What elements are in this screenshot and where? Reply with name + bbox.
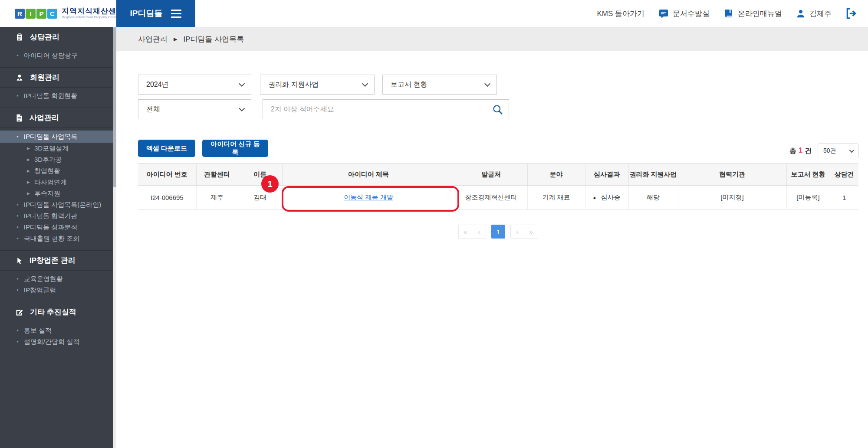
total-prefix: 총 [789, 147, 796, 156]
breadcrumb-current: IP디딤돌 사업목록 [183, 34, 244, 44]
app-tab-ipdidimdol[interactable]: IP디딤돌 [116, 0, 195, 27]
prev-page-button[interactable]: ‹ [472, 225, 486, 239]
col-center: 관할센터 [196, 164, 238, 186]
sidebar-item-startup-club[interactable]: ● IP창업클럽 [0, 284, 113, 296]
excel-download-button[interactable]: 엑셀 다운로드 [138, 140, 195, 157]
cell-review-result: ● 심사중 [585, 186, 628, 209]
cell-field: 기계 재료 [527, 186, 585, 209]
pagination-forward-group: › » [510, 225, 538, 239]
menu-hamburger-icon[interactable] [171, 10, 181, 18]
online-manual-label: 온라인매뉴얼 [738, 9, 782, 19]
sidebar-subitem-startup-status[interactable]: ▶ 창업현황 [0, 165, 113, 177]
sidebar-header-label: 기타 추진실적 [30, 307, 76, 317]
total-count: 1 [799, 147, 802, 156]
section-other-results: 기타 추진실적 ● 홍보 실적 ● 설명회/간담회 실적 [0, 302, 113, 353]
kms-back-link[interactable]: KMS 돌아가기 [597, 9, 644, 19]
sidebar-subitem-3d-model[interactable]: ▶ 3D모델설계 [0, 143, 113, 154]
sidebar-header-member-mgmt[interactable]: 회원관리 [0, 68, 113, 88]
sidebar-subitem-other-link[interactable]: ▶ 타사업연계 [0, 177, 113, 188]
sidebar-item-label: 아이디어 상담창구 [24, 52, 78, 60]
total-count-label: 총 1 건 [781, 147, 812, 156]
user-name-label: 김제주 [809, 9, 832, 19]
sidebar-item-business-list[interactable]: ● IP디딤돌 사업목록 [0, 131, 113, 143]
idea-title-link[interactable]: 이동식 제품 개발 [344, 193, 393, 201]
app-tab-title: IP디딤돌 [130, 8, 163, 19]
sidebar-header-label: 사업관리 [30, 113, 59, 123]
sidebar-item-member-status[interactable]: ● IP디딤돌 회원현황 [0, 90, 113, 101]
annotation-badge-1: 1 [261, 175, 279, 193]
topbar: R I P C 지역지식재산센터 Regional Intellectual P… [0, 0, 868, 27]
new-idea-button[interactable]: 아이디어 신규 등록 [202, 140, 268, 157]
breadcrumb: 사업관리 ▶ IP디딤돌 사업목록 [116, 27, 868, 51]
caret-icon: ▶ [27, 192, 30, 196]
cell-consult-count: 1 [830, 186, 858, 209]
scope-select[interactable]: 전체 [138, 99, 251, 119]
ripc-logo-icon: R I P C [15, 9, 57, 19]
breadcrumb-separator-icon: ▶ [174, 36, 177, 42]
cell-source: 창조경제혁신센터 [455, 186, 527, 209]
page-1-button[interactable]: 1 [491, 225, 505, 239]
sidebar-scrollbar[interactable] [113, 27, 116, 448]
sidebar-item-label: 3D후가공 [34, 156, 62, 164]
last-page-button[interactable]: » [524, 225, 538, 239]
page-size-value: 50건 [823, 147, 836, 155]
report-status-select[interactable]: 보고서 현황 [382, 75, 497, 95]
caret-icon: ▶ [27, 180, 30, 184]
online-manual-link[interactable]: 온라인매뉴얼 [723, 8, 782, 19]
ripc-logo[interactable]: R I P C 지역지식재산센터 Regional Intellectual P… [15, 0, 124, 27]
bullet-icon: ● [16, 237, 19, 240]
user-menu[interactable]: 김제주 [796, 9, 832, 19]
sidebar-item-partner-orgs[interactable]: ● IP디딤돌 협력기관 [0, 210, 113, 222]
sidebar-header-startup-zone[interactable]: IP창업존 관리 [0, 251, 113, 271]
col-source: 발굴처 [455, 164, 527, 186]
bullet-icon: ● [16, 214, 19, 218]
col-idea-number: 아이디어 번호 [138, 164, 196, 186]
logout-button[interactable] [845, 8, 857, 19]
sidebar-header-other-results[interactable]: 기타 추진실적 [0, 302, 113, 322]
chevron-down-icon [239, 105, 245, 111]
bullet-icon: ● [16, 203, 19, 206]
sidebar-item-briefing-results[interactable]: ● 설명회/간담회 실적 [0, 336, 113, 347]
year-select[interactable]: 2024년 [138, 75, 251, 95]
table-row: I24-006695 제주 김태 이동식 제품 개발 창조경제혁신센터 기계 재… [138, 186, 858, 209]
sidebar-subitem-followup[interactable]: ▶ 후속지원 [0, 188, 113, 199]
search-button[interactable] [486, 100, 509, 119]
program-select[interactable]: 권리화 지원사업 [260, 75, 375, 95]
sidebar-item-label: 창업현황 [34, 167, 60, 175]
sidebar-header-consult-mgmt[interactable]: 상담관리 [0, 27, 113, 47]
cell-center: 제주 [196, 186, 238, 209]
caret-icon: ▶ [27, 158, 30, 162]
bullet-icon: ● [16, 54, 19, 57]
sidebar-item-promo-results[interactable]: ● 홍보 실적 [0, 325, 113, 336]
sidebar-header-business-mgmt[interactable]: 사업관리 [0, 108, 113, 128]
org-name: 지역지식재산센터 Regional Intellectual Property … [62, 7, 124, 19]
section-startup-zone: IP창업존 관리 ● 교육운영현황 ● IP창업클럽 [0, 250, 113, 302]
bullet-icon: ● [16, 94, 19, 98]
sidebar-item-business-list-online[interactable]: ● IP디딤돌 사업목록(온라인) [0, 199, 113, 210]
sidebar-item-domestic-filing[interactable]: ● 국내출원 현황 조회 [0, 233, 113, 244]
sidebar-item-performance[interactable]: ● IP디딤돌 성과분석 [0, 222, 113, 233]
next-page-button[interactable]: › [510, 225, 524, 239]
sidebar-nav: 상담관리 ● 아이디어 상담창구 회원관리 [0, 27, 113, 353]
member-icon [16, 74, 23, 82]
col-partner-org: 협력기관 [678, 164, 786, 186]
sidebar-item-edu-status[interactable]: ● 교육운영현황 [0, 273, 113, 284]
user-icon [796, 9, 806, 18]
sidebar-item-idea-consult[interactable]: ● 아이디어 상담창구 [0, 50, 113, 61]
sidebar-scrollbar-thumb[interactable] [113, 27, 116, 187]
document-room-link[interactable]: 문서수발실 [658, 8, 710, 19]
sidebar-item-label: 3D모델설계 [34, 144, 69, 153]
bullet-icon: ● [16, 277, 19, 281]
section-member-mgmt: 회원관리 ● IP디딤돌 회원현황 [0, 67, 113, 108]
breadcrumb-parent[interactable]: 사업관리 [138, 34, 168, 44]
sidebar-subitem-3d-post[interactable]: ▶ 3D후가공 [0, 154, 113, 165]
first-page-button[interactable]: « [458, 225, 472, 239]
page-size-select[interactable]: 50건 [818, 144, 858, 158]
review-status-label: 심사중 [601, 193, 620, 201]
logo-letter: P [36, 9, 46, 19]
bullet-icon: ● [16, 226, 19, 229]
search-input[interactable] [263, 105, 486, 113]
main-content: 2024년 권리화 지원사업 보고서 현황 전체 엑셀 다운로드 아이디어 신 [116, 51, 868, 448]
edit-icon [16, 308, 23, 316]
chevron-down-icon [362, 81, 368, 87]
